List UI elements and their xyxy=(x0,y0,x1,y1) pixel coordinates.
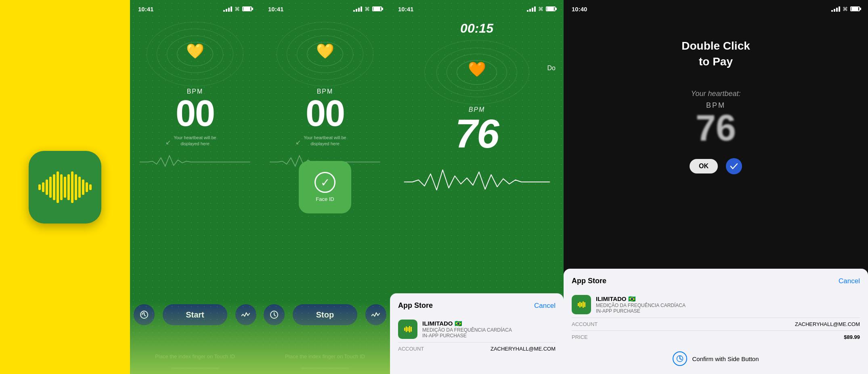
status-icons-3: ⌘ xyxy=(353,6,382,12)
bar-6 xyxy=(57,171,59,203)
bar-5 xyxy=(53,174,55,200)
sheet-title-4: App Store xyxy=(398,301,433,310)
status-time-3: 10:41 xyxy=(268,6,283,13)
control-bar-2: Start xyxy=(130,304,260,325)
start-button[interactable]: Start xyxy=(163,304,227,325)
sheet-app-icon-4 xyxy=(398,320,417,339)
sheet-account-row-4: ACCOUNT ZACHERYHALL@ME.COM xyxy=(398,342,556,355)
sheet-header-5: App Store Cancel xyxy=(572,277,860,285)
status-bar-5: 10:40 ⌘ xyxy=(564,0,868,18)
sheet-app-name-4: ILIMITADO 🇧🇷 xyxy=(422,320,556,327)
sheet-header-4: App Store Cancel xyxy=(398,301,556,310)
sheet-cancel-4[interactable]: Cancel xyxy=(534,302,556,310)
sheet-account-value-4: ZACHERYHALL@ME.COM xyxy=(491,346,556,352)
sheet-title-5: App Store xyxy=(572,277,606,285)
bar-8 xyxy=(64,177,66,198)
home-indicator-2 xyxy=(171,368,219,369)
sheet-app-icon-5 xyxy=(572,295,591,314)
panel-measuring: 10:41 ⌘ 00:15 🧡 BPM 76 Do xyxy=(390,0,564,374)
panel-faceid: 10:41 ⌘ 💛 BPM 00 ↙ Your heartb xyxy=(260,0,390,374)
bar-15 xyxy=(89,184,92,190)
your-heartbeat-label: Your heartbeat: xyxy=(691,90,740,98)
status-time-4: 10:41 xyxy=(398,6,413,13)
signal-icon-5 xyxy=(831,6,840,12)
bar-7 xyxy=(60,174,63,200)
heart-icon-4: 🧡 xyxy=(468,61,486,78)
faceid-overlay: ✓ Face ID xyxy=(299,161,351,213)
bar-12 xyxy=(78,177,81,198)
sheet-item-text-4: ILIMITADO 🇧🇷 MEDIÇÃO DA FREQUÊNCIA CARDÍ… xyxy=(422,320,556,338)
signal-icon-3 xyxy=(353,6,362,12)
bpm-value-4: 76 xyxy=(455,113,498,154)
sheet-app-name-5: ILIMITADO 🇧🇷 xyxy=(596,295,860,303)
touch-id-text-2: Place the index finger on Touch ID xyxy=(155,353,235,359)
sheet-account-label-4: ACCOUNT xyxy=(398,346,424,352)
bpm-value-5: 76 xyxy=(696,110,736,146)
bar-11 xyxy=(75,174,77,200)
sheet-price-label-5: PRICE xyxy=(572,334,588,340)
sheet-item-text-5: ILIMITADO 🇧🇷 MEDIÇÃO DA FREQUÊNCIA CARDÍ… xyxy=(596,295,860,314)
app-store-sheet-4: App Store Cancel ILIMITADO 🇧🇷 MEDIÇÃO DA… xyxy=(390,293,564,374)
sheet-cancel-5[interactable]: Cancel xyxy=(839,277,860,285)
side-button-icon xyxy=(673,351,687,366)
status-time-2: 10:41 xyxy=(138,6,153,13)
battery-icon xyxy=(242,6,252,11)
bar-10 xyxy=(71,171,73,203)
sheet-item-5: ILIMITADO 🇧🇷 MEDIÇÃO DA FREQUÊNCIA CARDÍ… xyxy=(572,292,860,318)
confirm-side-btn: Confirm with Side Button xyxy=(572,351,860,366)
battery-icon-4 xyxy=(546,6,556,11)
bar-9 xyxy=(67,174,70,200)
sheet-price-value-5: $89.99 xyxy=(844,334,860,340)
control-bar-3: Stop xyxy=(260,304,390,325)
status-bar-3: 10:41 ⌘ xyxy=(260,0,390,18)
confirm-text: Confirm with Side Button xyxy=(692,355,759,362)
status-icons-4: ⌘ xyxy=(527,6,556,12)
panel-app-icon xyxy=(0,0,130,374)
heartbeat-note-3: ↙ Your heartbeat will be displayed here xyxy=(303,135,347,147)
sheet-account-value-5: ZACHERYHALL@ME.COM xyxy=(795,321,860,327)
status-bar-2: 10:41 ⌘ xyxy=(130,0,260,18)
sheet-account-label-5: ACCOUNT xyxy=(572,321,598,327)
home-indicator-3 xyxy=(301,368,349,369)
bar-13 xyxy=(82,180,84,195)
battery-icon-5 xyxy=(850,6,860,11)
status-icons-5: ⌘ xyxy=(831,6,860,12)
bar-14 xyxy=(86,182,88,192)
battery-icon-3 xyxy=(372,6,382,11)
chart-button-2[interactable] xyxy=(235,304,256,325)
radar-area-3: 💛 xyxy=(260,22,390,86)
bar-1 xyxy=(38,184,41,190)
bar-3 xyxy=(46,180,48,195)
status-bar-4: 10:41 ⌘ xyxy=(390,0,564,18)
history-button-3[interactable] xyxy=(264,304,285,325)
status-time-5: 10:40 xyxy=(572,6,587,13)
history-button-2[interactable] xyxy=(134,304,155,325)
double-click-hint: Do xyxy=(547,65,556,72)
double-click-text: Double Click to Pay xyxy=(681,38,750,69)
sheet-price-row-5: PRICE $89.99 xyxy=(572,330,860,343)
wifi-icon: ⌘ xyxy=(235,6,240,12)
confirm-check-icon xyxy=(726,158,742,174)
timer-display: 00:15 xyxy=(460,21,493,36)
heart-icon-3: 💛 xyxy=(316,43,334,60)
bpm-value-3: 00 xyxy=(306,95,344,132)
bar-2 xyxy=(42,182,44,192)
faceid-label: Face ID xyxy=(316,196,334,202)
waveform xyxy=(38,171,92,203)
app-icon xyxy=(29,151,101,224)
dark-overlay: 10:40 ⌘ Double Click to Pay Your heartbe… xyxy=(564,0,868,194)
wifi-icon-3: ⌘ xyxy=(365,6,370,12)
ok-button[interactable]: OK xyxy=(690,159,718,173)
heartbeat-note-2: ↙ Your heartbeat will be displayed here xyxy=(173,135,217,147)
bar-4 xyxy=(49,177,52,198)
wifi-icon-5: ⌘ xyxy=(843,6,848,12)
small-waveform-2 xyxy=(140,149,250,175)
signal-icon-4 xyxy=(527,6,536,12)
status-icons-2: ⌘ xyxy=(223,6,252,12)
wifi-icon-4: ⌘ xyxy=(538,6,543,12)
sheet-account-row-5: ACCOUNT ZACHERYHALL@ME.COM xyxy=(572,318,860,330)
chart-button-3[interactable] xyxy=(365,304,386,325)
stop-button-3[interactable]: Stop xyxy=(293,304,357,325)
panel-start: 10:41 ⌘ 💛 BPM 00 ↙ Your heartb xyxy=(130,0,260,374)
radar-area-4: 🧡 xyxy=(390,40,564,104)
